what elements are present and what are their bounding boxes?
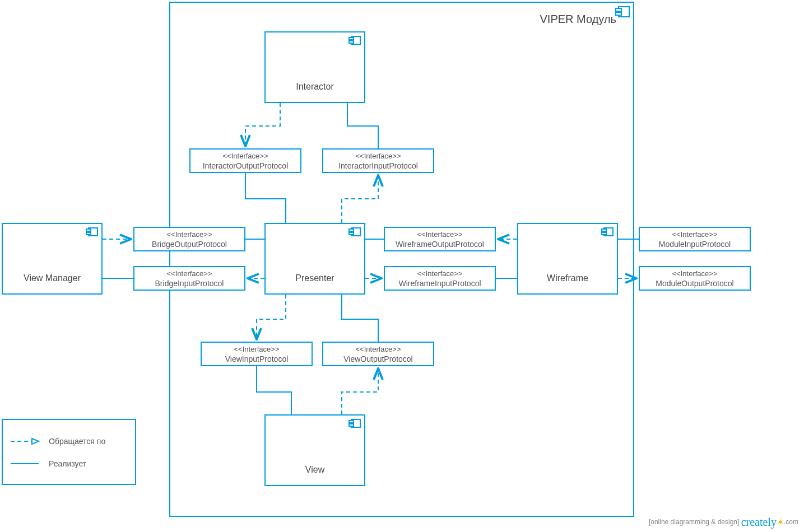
svg-rect-8 [349,232,354,235]
view-component: View [264,414,365,486]
bridge-input-protocol: <<Interface>> BridgeInputProtocol [133,266,245,291]
interface-name: ModuleOutputProtocol [640,278,750,288]
view-manager-component: View Manager [2,223,103,295]
wireframe-input-protocol: <<Interface>> WireframeInputProtocol [384,266,496,291]
stereotype-label: <<Interface>> [134,269,244,278]
svg-rect-11 [349,424,354,426]
svg-rect-1 [616,8,621,11]
interactor-component: Interactor [264,31,365,103]
svg-rect-2 [616,12,621,15]
footer-tld: .com [784,518,798,526]
interface-name: WireframeInputProtocol [385,278,495,288]
legend-accesses-label: Обращается по [49,437,105,446]
legend-implements-label: Реализует [49,459,86,468]
svg-rect-5 [349,41,354,43]
svg-rect-16 [86,229,91,231]
interface-name: ViewOutputProtocol [323,354,433,364]
interface-name: WireframeOutputProtocol [385,239,495,249]
module-output-protocol: <<Interface>> ModuleOutputProtocol [639,266,751,291]
stereotype-label: <<Interface>> [385,230,495,239]
footer-attribution: [online diagramming & design] creately✶.… [649,516,798,529]
view-input-protocol: <<Interface>> ViewInputProtocol [201,342,313,366]
interactor-label: Interactor [266,82,364,92]
wireframe-output-protocol: <<Interface>> WireframeOutputProtocol [384,227,496,251]
component-icon [348,227,361,239]
stereotype-label: <<Interface>> [323,152,433,161]
stereotype-label: <<Interface>> [202,345,312,354]
svg-marker-19 [32,438,39,444]
legend-row-accesses: Обращается по [3,432,135,450]
interactor-output-protocol: <<Interface>> InteractorOutputProtocol [189,148,301,173]
legend: Обращается по Реализует [2,419,136,485]
stereotype-label: <<Interface>> [385,269,495,278]
stereotype-label: <<Interface>> [134,230,244,239]
interactor-input-protocol: <<Interface>> InteractorInputProtocol [322,148,434,173]
interface-name: InteractorOutputProtocol [190,161,300,171]
viper-module-title: VIPER Модуль [540,13,616,26]
component-icon [86,227,98,239]
presenter-label: Presenter [266,273,364,283]
interface-name: BridgeOutputProtocol [134,239,244,249]
diagram-canvas: VIPER Модуль Interactor Presenter View W… [0,0,804,532]
component-icon [348,419,361,430]
svg-rect-10 [349,421,354,423]
component-icon [348,36,361,47]
interface-name: BridgeInputProtocol [134,278,244,288]
star-icon: ✶ [777,517,784,527]
stereotype-label: <<Interface>> [640,269,750,278]
interface-name: ModuleInputProtocol [640,239,750,249]
module-input-protocol: <<Interface>> ModuleInputProtocol [639,227,751,251]
legend-row-implements: Реализует [3,455,135,473]
stereotype-label: <<Interface>> [323,345,433,354]
svg-rect-13 [602,229,606,231]
presenter-component: Presenter [264,223,365,295]
interface-name: ViewInputProtocol [202,354,312,364]
svg-rect-7 [349,229,354,231]
wireframe-label: Wireframe [518,273,617,283]
stereotype-label: <<Interface>> [190,152,300,161]
interface-name: InteractorInputProtocol [323,161,433,171]
view-output-protocol: <<Interface>> ViewOutputProtocol [322,342,434,366]
bridge-output-protocol: <<Interface>> BridgeOutputProtocol [133,227,245,251]
wireframe-component: Wireframe [517,223,618,295]
svg-rect-4 [349,38,354,40]
stereotype-label: <<Interface>> [640,230,750,239]
component-icon [601,227,614,239]
footer-tag: [online diagramming & design] [649,518,739,526]
svg-rect-17 [86,232,91,235]
view-manager-label: View Manager [3,273,101,283]
component-icon [615,6,630,20]
view-label: View [266,465,364,475]
svg-rect-14 [602,232,606,235]
footer-brand: creately [741,516,777,528]
